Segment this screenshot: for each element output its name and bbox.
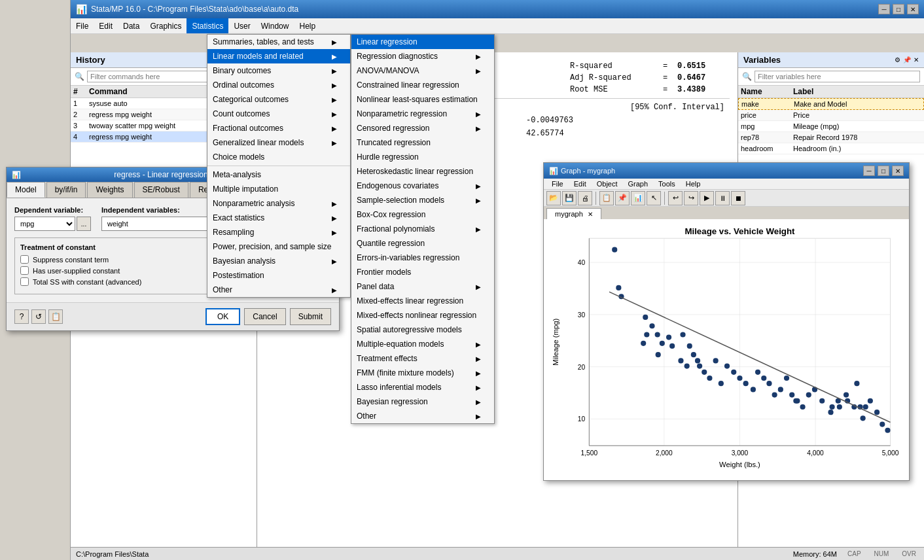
menu-item-spatial[interactable]: Spatial autoregressive models	[351, 323, 494, 337]
tab-mygraph[interactable]: mygraph ✕	[546, 208, 601, 219]
menu-item-panel[interactable]: Panel data ▶	[351, 279, 494, 294]
cb-user-constant[interactable]	[20, 266, 29, 275]
graph-menu-graph[interactable]: Graph	[623, 179, 654, 189]
menu-item-linear-reg[interactable]: Linear regression	[351, 35, 494, 49]
variables-search-input[interactable]	[755, 71, 920, 82]
menu-item-boxcox[interactable]: Box-Cox regression	[351, 207, 494, 222]
submit-button[interactable]: Submit	[290, 308, 331, 325]
graph-menu-edit[interactable]: Edit	[569, 179, 592, 189]
graph-menu-object[interactable]: Object	[592, 179, 623, 189]
menu-item-fractpoly[interactable]: Fractional polynomials ▶	[351, 222, 494, 236]
menu-item-eiv[interactable]: Errors-in-variables regression	[351, 251, 494, 265]
menu-item-quantile[interactable]: Quantile regression	[351, 236, 494, 251]
close-btn[interactable]: ✕	[907, 4, 919, 14]
menu-statistics[interactable]: Statistics	[187, 18, 228, 33]
menu-item-nonparam-reg[interactable]: Nonparametric regression ▶	[351, 107, 494, 121]
menu-item-censored[interactable]: Censored regression ▶	[351, 121, 494, 135]
menu-item-sample-sel[interactable]: Sample-selection models ▶	[351, 193, 494, 207]
graph-chart-btn[interactable]: 📊	[631, 191, 645, 205]
menu-item-fractional[interactable]: Fractional outcomes ▶	[207, 121, 350, 135]
menu-item-summaries[interactable]: Summaries, tables, and tests ▶	[207, 35, 350, 49]
maximize-btn[interactable]: □	[893, 4, 904, 14]
menu-item-bayesian[interactable]: Bayesian analysis ▶	[207, 254, 350, 268]
list-item[interactable]: mpg Mileage (mpg)	[738, 121, 924, 132]
list-item[interactable]: make Make and Model	[738, 98, 924, 110]
menu-item-bayesian-reg[interactable]: Bayesian regression ▶	[351, 394, 494, 409]
graph-maximize-btn[interactable]: □	[878, 166, 889, 176]
menu-edit[interactable]: Edit	[94, 18, 118, 33]
menu-item-categorical[interactable]: Categorical outcomes ▶	[207, 92, 350, 107]
menu-item-nls[interactable]: Nonlinear least-squares estimation	[351, 92, 494, 107]
cb-suppress[interactable]	[20, 255, 29, 264]
menu-item-hurdle[interactable]: Hurdle regression	[351, 150, 494, 164]
menu-window[interactable]: Window	[256, 18, 294, 33]
menu-item-endogenous[interactable]: Endogenous covariates ▶	[351, 179, 494, 193]
menu-item-constrained[interactable]: Constrained linear regression	[351, 78, 494, 92]
menu-item-choice[interactable]: Choice models	[207, 150, 350, 164]
menu-item-mixed-linear[interactable]: Mixed-effects linear regression	[351, 294, 494, 308]
graph-save-btn[interactable]: 💾	[562, 191, 577, 205]
graph-minimize-btn[interactable]: ─	[863, 166, 875, 176]
graph-pause-btn[interactable]: ⏸	[715, 191, 730, 205]
menu-item-other-stats[interactable]: Other ▶	[207, 283, 350, 297]
menu-item-truncated[interactable]: Truncated regression	[351, 135, 494, 150]
graph-menu-file[interactable]: File	[546, 179, 569, 189]
close-panel-icon[interactable]: ✕	[914, 56, 919, 63]
cancel-button[interactable]: Cancel	[244, 308, 285, 325]
refresh-btn[interactable]: ↺	[31, 309, 46, 324]
ok-button[interactable]: OK	[205, 308, 240, 325]
tab-close-icon[interactable]: ✕	[588, 211, 593, 218]
menu-item-power[interactable]: Power, precision, and sample size	[207, 239, 350, 254]
menu-item-exact[interactable]: Exact statistics ▶	[207, 211, 350, 225]
menu-item-nonparam[interactable]: Nonparametric analysis ▶	[207, 196, 350, 211]
menu-user[interactable]: User	[228, 18, 255, 33]
menu-item-frontier[interactable]: Frontier models	[351, 265, 494, 279]
menu-item-mixed-nonlinear[interactable]: Mixed-effects nonlinear regression	[351, 308, 494, 323]
tab-serobust[interactable]: SE/Robust	[134, 182, 188, 198]
menu-item-linear-models[interactable]: Linear models and related ▶	[207, 49, 350, 63]
graph-paste-btn[interactable]: 📌	[615, 191, 630, 205]
menu-item-anova[interactable]: ANOVA/MANOVA ▶	[351, 63, 494, 78]
menu-item-lasso[interactable]: Lasso inferential models ▶	[351, 380, 494, 394]
cb-total-ss[interactable]	[20, 277, 29, 286]
graph-open-btn[interactable]: 📂	[546, 191, 561, 205]
menu-item-other-linear[interactable]: Other ▶	[351, 409, 494, 423]
help-btn[interactable]: ?	[14, 309, 29, 324]
dependent-browse-btn[interactable]: ...	[77, 217, 91, 231]
menu-item-count[interactable]: Count outcomes ▶	[207, 107, 350, 121]
minimize-btn[interactable]: ─	[878, 4, 890, 14]
menu-item-fmm[interactable]: FMM (finite mixture models) ▶	[351, 366, 494, 380]
graph-menu-help[interactable]: Help	[681, 179, 706, 189]
list-item[interactable]: rep78 Repair Record 1978	[738, 132, 924, 143]
menu-item-reg-diag[interactable]: Regression diagnostics ▶	[351, 49, 494, 63]
menu-help[interactable]: Help	[294, 18, 321, 33]
menu-item-postestimation[interactable]: Postestimation	[207, 268, 350, 283]
graph-undo-btn[interactable]: ↩	[668, 191, 683, 205]
graph-stop-btn[interactable]: ⏹	[731, 191, 745, 205]
menu-item-binary[interactable]: Binary outcomes ▶	[207, 63, 350, 78]
menu-item-treatment[interactable]: Treatment effects ▶	[351, 351, 494, 366]
dependent-select[interactable]: mpg	[14, 217, 75, 231]
list-item[interactable]: headroom Headroom (in.)	[738, 143, 924, 154]
menu-item-meta[interactable]: Meta-analysis	[207, 167, 350, 182]
menu-item-hetero[interactable]: Heteroskedastic linear regression	[351, 164, 494, 179]
menu-data[interactable]: Data	[118, 18, 145, 33]
menu-item-glm[interactable]: Generalized linear models ▶	[207, 135, 350, 150]
graph-close-btn[interactable]: ✕	[892, 166, 904, 176]
menu-item-imputation[interactable]: Multiple imputation	[207, 182, 350, 196]
menu-graphics[interactable]: Graphics	[145, 18, 187, 33]
menu-item-ordinal[interactable]: Ordinal outcomes ▶	[207, 78, 350, 92]
tab-byifin[interactable]: by/if/in	[46, 182, 86, 198]
copy-btn[interactable]: 📋	[48, 309, 63, 324]
graph-select-btn[interactable]: ↖	[647, 191, 661, 205]
tab-weights[interactable]: Weights	[87, 182, 132, 198]
tab-model[interactable]: Model	[7, 182, 45, 198]
menu-file[interactable]: File	[71, 18, 94, 33]
menu-item-multi-eq[interactable]: Multiple-equation models ▶	[351, 337, 494, 351]
graph-menu-tools[interactable]: Tools	[653, 179, 681, 189]
graph-play-btn[interactable]: ▶	[700, 191, 714, 205]
graph-print-btn[interactable]: 🖨	[578, 191, 592, 205]
graph-copy-btn[interactable]: 📋	[599, 191, 614, 205]
graph-redo-btn[interactable]: ↪	[684, 191, 698, 205]
list-item[interactable]: price Price	[738, 110, 924, 121]
